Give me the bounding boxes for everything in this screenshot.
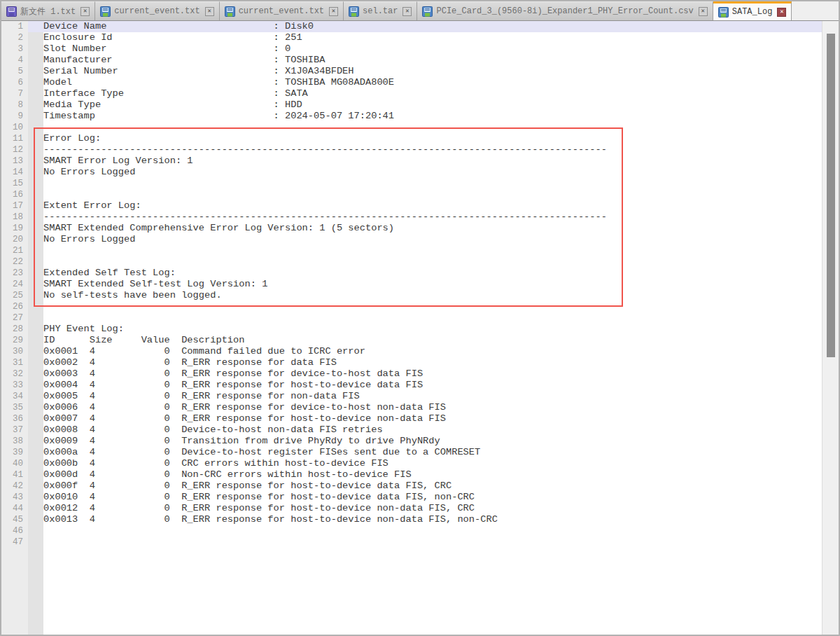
line-row[interactable]: 0x000b 4 0 CRC errors within host-to-dev… (43, 458, 607, 469)
line-row[interactable]: 0x0012 4 0 R_ERR response for host-to-de… (43, 503, 607, 514)
line-row[interactable]: SMART Extended Self-test Log Version: 1 (43, 279, 607, 290)
line-row[interactable]: 0x0013 4 0 R_ERR response for host-to-de… (43, 514, 607, 525)
line-row[interactable] (43, 256, 607, 268)
tab-current-event-txt[interactable]: current_event.txt✕ (220, 1, 344, 20)
save-icon (718, 7, 729, 18)
line-row[interactable] (43, 245, 607, 256)
tab-label: current_event.txt (114, 6, 200, 16)
vertical-scrollbar[interactable] (822, 21, 839, 635)
line-number: 14 (1, 167, 28, 178)
save-modified-icon (6, 6, 17, 17)
line-row[interactable]: Slot Number : 0 (43, 43, 607, 55)
line-row[interactable]: Media Type : HDD (43, 99, 607, 111)
line-row[interactable]: 0x0009 4 0 Transition from drive PhyRdy … (43, 436, 607, 447)
tab-sel-tar[interactable]: sel.tar✕ (344, 1, 417, 20)
line-row[interactable]: Error Log: (43, 133, 607, 144)
line-row[interactable]: SMART Error Log Version: 1 (43, 155, 607, 167)
line-number: 37 (1, 424, 28, 436)
fold-margin (28, 21, 43, 635)
line-row[interactable]: 0x0004 4 0 R_ERR response for host-to-de… (43, 380, 607, 391)
line-row[interactable]: 0x0001 4 0 Command failed due to ICRC er… (43, 346, 607, 357)
line-row[interactable]: ID Size Value Description (43, 335, 607, 346)
line-row[interactable]: No Errors Logged (43, 167, 607, 178)
line-row[interactable] (43, 178, 607, 189)
line-number: 44 (1, 503, 28, 514)
line-number: 6 (1, 77, 28, 88)
line-row[interactable]: ----------------------------------------… (43, 212, 607, 223)
close-icon[interactable]: ✕ (402, 7, 412, 16)
tab-label: PCIe_Card_3_(9560-8i)_Expander1_PHY_Erro… (436, 6, 693, 16)
line-row[interactable]: Serial Number : X1J0A34BFDEH (43, 66, 607, 77)
line-row[interactable]: 0x0005 4 0 R_ERR response for non-data F… (43, 391, 607, 402)
line-number: 33 (1, 380, 28, 391)
line-row[interactable]: 0x0008 4 0 Device-to-host non-data FIS r… (43, 424, 607, 436)
line-row[interactable] (43, 122, 607, 133)
close-icon[interactable]: ✕ (777, 8, 786, 17)
line-row[interactable]: Manufacturer : TOSHIBA (43, 55, 607, 66)
line-row[interactable] (43, 189, 607, 200)
line-number: 13 (1, 155, 28, 167)
line-row[interactable]: ----------------------------------------… (43, 144, 607, 155)
tab-label: SATA_Log (732, 7, 773, 17)
line-row[interactable]: 0x0007 4 0 R_ERR response for host-to-de… (43, 413, 607, 424)
line-row[interactable]: 0x0010 4 0 R_ERR response for host-to-de… (43, 492, 607, 503)
line-number: 36 (1, 413, 28, 424)
line-row[interactable] (43, 525, 607, 537)
line-row[interactable]: Extent Error Log: (43, 200, 607, 212)
tab-新文件-1-txt[interactable]: 新文件 1.txt✕ (1, 1, 95, 20)
line-number: 40 (1, 458, 28, 469)
tab-sata-log[interactable]: SATA_Log✕ (713, 1, 792, 20)
line-row[interactable]: 0x0002 4 0 R_ERR response for data FIS (43, 357, 607, 368)
line-number: 39 (1, 447, 28, 458)
line-row[interactable]: Model : TOSHIBA MG08ADA800E (43, 77, 607, 88)
line-row[interactable]: Device Name : Disk0 (43, 21, 607, 32)
editor-pane[interactable]: 1234567891011121314151617181920212223242… (1, 21, 839, 635)
text-area[interactable]: Device Name : Disk0Enclosure Id : 251Slo… (43, 21, 607, 548)
line-row[interactable]: 0x0006 4 0 R_ERR response for device-to-… (43, 402, 607, 413)
line-row[interactable]: PHY Event Log: (43, 324, 607, 335)
line-row[interactable] (43, 537, 607, 548)
line-number: 30 (1, 346, 28, 357)
tab-current-event-txt[interactable]: current_event.txt✕ (95, 1, 219, 20)
editor-window: 新文件 1.txt✕current_event.txt✕current_even… (0, 0, 840, 636)
line-row[interactable]: 0x000f 4 0 R_ERR response for host-to-de… (43, 481, 607, 492)
line-number: 27 (1, 312, 28, 324)
line-number: 12 (1, 144, 28, 155)
tab-label: current_event.txt (239, 6, 324, 16)
line-row[interactable]: Extended Self Test Log: (43, 268, 607, 279)
line-number: 18 (1, 212, 28, 223)
scrollbar-thumb[interactable] (827, 34, 835, 357)
line-row[interactable] (43, 312, 607, 324)
line-number: 46 (1, 525, 28, 537)
line-row[interactable]: Timestamp : 2024-05-07 17:20:41 (43, 111, 607, 122)
close-icon[interactable]: ✕ (205, 7, 214, 16)
line-row[interactable]: 0x000d 4 0 Non-CRC errors within host-to… (43, 469, 607, 481)
close-icon[interactable]: ✕ (699, 7, 708, 16)
line-row[interactable]: Enclosure Id : 251 (43, 32, 607, 43)
line-number: 22 (1, 256, 28, 268)
line-number: 3 (1, 43, 28, 55)
line-number: 26 (1, 301, 28, 312)
tab-pcie-card-3-9560-8i-expander1-phy-error-count-csv[interactable]: PCIe_Card_3_(9560-8i)_Expander1_PHY_Erro… (417, 1, 713, 20)
line-number: 28 (1, 324, 28, 335)
line-number: 32 (1, 368, 28, 380)
line-row[interactable]: No Errors Logged (43, 234, 607, 245)
line-row[interactable]: 0x0003 4 0 R_ERR response for device-to-… (43, 368, 607, 380)
line-number: 19 (1, 223, 28, 234)
line-row[interactable]: SMART Extended Comprehensive Error Log V… (43, 223, 607, 234)
line-row[interactable]: Interface Type : SATA (43, 88, 607, 99)
line-number: 9 (1, 111, 28, 122)
close-icon[interactable]: ✕ (80, 7, 90, 16)
tab-label: 新文件 1.txt (20, 6, 76, 18)
tab-label: sel.tar (363, 6, 398, 16)
close-icon[interactable]: ✕ (329, 7, 338, 16)
save-icon (225, 6, 235, 17)
line-row[interactable] (43, 301, 607, 312)
line-number: 24 (1, 279, 28, 290)
line-number: 17 (1, 200, 28, 212)
save-icon (422, 6, 433, 17)
line-row[interactable]: 0x000a 4 0 Device-to-host register FISes… (43, 447, 607, 458)
line-row[interactable]: No self-tests have been logged. (43, 290, 607, 301)
line-number: 20 (1, 234, 28, 245)
line-number: 47 (1, 537, 28, 548)
